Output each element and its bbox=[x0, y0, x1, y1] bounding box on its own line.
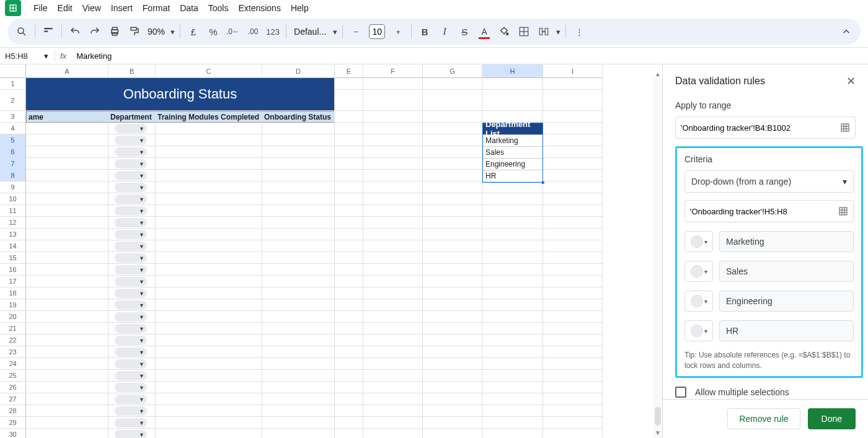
cell-C4[interactable] bbox=[156, 123, 262, 134]
cell-D29[interactable] bbox=[262, 417, 335, 429]
cell-G30[interactable] bbox=[423, 429, 482, 438]
cell-C18[interactable] bbox=[156, 287, 262, 299]
cell-C7[interactable] bbox=[156, 158, 262, 170]
cell-F5[interactable] bbox=[363, 134, 423, 146]
merge-cells-button[interactable] bbox=[534, 22, 553, 41]
cell-I22[interactable] bbox=[543, 335, 603, 346]
cell-F7[interactable] bbox=[363, 158, 423, 170]
cell-E10[interactable] bbox=[335, 193, 363, 205]
cell-E1[interactable] bbox=[335, 78, 363, 90]
cell-I20[interactable] bbox=[543, 311, 603, 323]
cell-F30[interactable] bbox=[363, 429, 423, 438]
table-header-0[interactable]: ame bbox=[26, 111, 108, 123]
cell-H30[interactable] bbox=[482, 429, 543, 438]
cell-D15[interactable] bbox=[262, 252, 335, 264]
row-header-17[interactable]: 17 bbox=[0, 276, 26, 287]
cell-H20[interactable] bbox=[482, 311, 543, 323]
cell-G20[interactable] bbox=[423, 311, 482, 323]
dropdown-chip-b25[interactable]: ▼ bbox=[115, 371, 147, 380]
cell-E2[interactable] bbox=[335, 90, 363, 111]
dropdown-chip-b13[interactable]: ▼ bbox=[115, 230, 147, 239]
cell-I25[interactable] bbox=[543, 370, 603, 382]
row-header-24[interactable]: 24 bbox=[0, 358, 26, 370]
cell-I8[interactable] bbox=[543, 170, 603, 182]
done-button[interactable]: Done bbox=[808, 408, 856, 429]
option-value-input[interactable] bbox=[719, 261, 854, 282]
dropdown-chip-b5[interactable]: ▼ bbox=[115, 136, 147, 145]
cell-H27[interactable] bbox=[482, 393, 543, 405]
allow-multiple-row[interactable]: Allow multiple selections bbox=[675, 387, 866, 398]
menu-data[interactable]: Data bbox=[175, 1, 203, 15]
menu-help[interactable]: Help bbox=[286, 1, 314, 15]
cell-E9[interactable] bbox=[335, 182, 363, 193]
dropdown-chip-b29[interactable]: ▼ bbox=[115, 418, 147, 427]
cell-F4[interactable] bbox=[363, 123, 423, 134]
cell-F17[interactable] bbox=[363, 276, 423, 287]
row-header-13[interactable]: 13 bbox=[0, 229, 26, 240]
cell-D4[interactable] bbox=[262, 123, 335, 134]
cell-D27[interactable] bbox=[262, 393, 335, 405]
filter-icon[interactable] bbox=[39, 22, 58, 41]
cell-E21[interactable] bbox=[335, 323, 363, 335]
apply-range-input-row[interactable] bbox=[675, 116, 856, 139]
dropdown-chip-b4[interactable]: ▼ bbox=[115, 124, 147, 133]
cell-I7[interactable] bbox=[543, 158, 603, 170]
cell-H18[interactable] bbox=[482, 287, 543, 299]
cell-F26[interactable] bbox=[363, 382, 423, 393]
decrease-decimal-icon[interactable]: .0← bbox=[224, 22, 242, 41]
cell-A12[interactable] bbox=[26, 217, 108, 229]
cell-F6[interactable] bbox=[363, 146, 423, 158]
cell-F28[interactable] bbox=[363, 405, 423, 417]
cell-C12[interactable] bbox=[156, 217, 262, 229]
cell-E11[interactable] bbox=[335, 205, 363, 217]
cell-E22[interactable] bbox=[335, 335, 363, 346]
cell-D12[interactable] bbox=[262, 217, 335, 229]
cell-C16[interactable] bbox=[156, 264, 262, 276]
cell-F25[interactable] bbox=[363, 370, 423, 382]
zoom-dropdown-icon[interactable]: ▾ bbox=[169, 22, 176, 41]
cell-H21[interactable] bbox=[482, 323, 543, 335]
cell-E13[interactable] bbox=[335, 229, 363, 240]
cell-A4[interactable] bbox=[26, 123, 108, 134]
cell-E8[interactable] bbox=[335, 170, 363, 182]
menu-edit[interactable]: Edit bbox=[53, 1, 78, 15]
cell-A18[interactable] bbox=[26, 287, 108, 299]
cell-I15[interactable] bbox=[543, 252, 603, 264]
cell-F11[interactable] bbox=[363, 205, 423, 217]
cell-D23[interactable] bbox=[262, 346, 335, 358]
cell-D6[interactable] bbox=[262, 146, 335, 158]
dropdown-chip-b24[interactable]: ▼ bbox=[115, 359, 147, 369]
cell-G1[interactable] bbox=[423, 78, 482, 90]
cell-A9[interactable] bbox=[26, 182, 108, 193]
bold-button[interactable]: B bbox=[415, 22, 434, 41]
table-header-2[interactable]: Training Modules Completed bbox=[156, 111, 262, 123]
table-header-1[interactable]: Department bbox=[108, 111, 156, 123]
zoom-level[interactable]: 90% bbox=[145, 27, 167, 37]
cell-F3[interactable] bbox=[363, 111, 423, 123]
cell-G16[interactable] bbox=[423, 264, 482, 276]
cell-A20[interactable] bbox=[26, 311, 108, 323]
column-header-A[interactable]: A bbox=[26, 64, 108, 78]
cell-C24[interactable] bbox=[156, 358, 262, 370]
cell-H29[interactable] bbox=[482, 417, 543, 429]
cell-H22[interactable] bbox=[482, 335, 543, 346]
dropdown-chip-b28[interactable]: ▼ bbox=[115, 406, 147, 416]
cell-I2[interactable] bbox=[543, 90, 603, 111]
cell-G15[interactable] bbox=[423, 252, 482, 264]
cell-A28[interactable] bbox=[26, 405, 108, 417]
option-value-input[interactable] bbox=[719, 291, 854, 312]
italic-button[interactable]: I bbox=[435, 22, 454, 41]
cell-A11[interactable] bbox=[26, 205, 108, 217]
dropdown-chip-b21[interactable]: ▼ bbox=[115, 324, 147, 333]
cell-F14[interactable] bbox=[363, 240, 423, 252]
cell-D7[interactable] bbox=[262, 158, 335, 170]
cell-H24[interactable] bbox=[482, 358, 543, 370]
select-range-icon[interactable] bbox=[840, 123, 850, 133]
undo-icon[interactable] bbox=[66, 22, 84, 41]
cell-C6[interactable] bbox=[156, 146, 262, 158]
cell-G26[interactable] bbox=[423, 382, 482, 393]
cell-G19[interactable] bbox=[423, 299, 482, 311]
row-header-23[interactable]: 23 bbox=[0, 346, 26, 358]
row-header-27[interactable]: 27 bbox=[0, 393, 26, 405]
cell-D26[interactable] bbox=[262, 382, 335, 393]
